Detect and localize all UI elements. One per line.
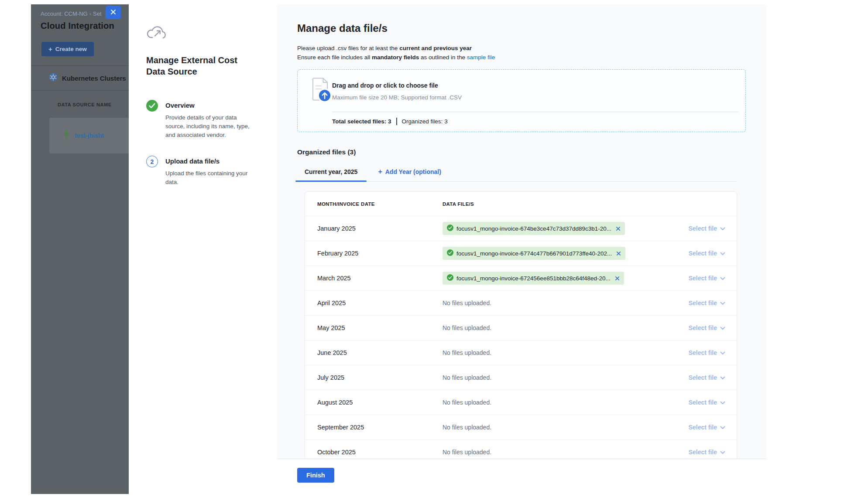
data-source-name-link[interactable]: test-jbisht bbox=[75, 132, 104, 139]
select-file-label: Select file bbox=[689, 275, 717, 282]
tab-kubernetes-clusters[interactable]: Kubernetes Clusters bbox=[31, 66, 129, 91]
file-upload-icon bbox=[310, 77, 334, 105]
total-selected-value: 3 bbox=[388, 118, 391, 125]
select-file-dropdown[interactable]: Select file bbox=[670, 349, 737, 356]
empty-text: No files uploaded. bbox=[443, 349, 491, 356]
select-file-label: Select file bbox=[689, 449, 717, 456]
total-selected-files: Total selected files: 3 bbox=[332, 118, 391, 125]
create-new-button[interactable]: + Create new bbox=[41, 42, 94, 56]
plus-icon: + bbox=[378, 168, 382, 175]
select-file-dropdown[interactable]: Select file bbox=[670, 424, 737, 431]
instruction-line-2: Ensure each file includes all mandatory … bbox=[297, 53, 766, 62]
empty-text: No files uploaded. bbox=[443, 374, 491, 381]
column-header-data-source-name: DATA SOURCE NAME bbox=[31, 91, 129, 107]
select-file-label: Select file bbox=[689, 374, 717, 381]
month-label: May 2025 bbox=[305, 324, 443, 331]
remove-file-icon[interactable] bbox=[616, 251, 621, 256]
select-file-dropdown[interactable]: Select file bbox=[670, 250, 737, 257]
sample-file-link[interactable]: sample file bbox=[467, 54, 495, 61]
select-file-dropdown[interactable]: Select file bbox=[670, 449, 737, 456]
select-file-label: Select file bbox=[689, 225, 717, 232]
instruction-line-1: Please upload .csv files for at least th… bbox=[297, 44, 766, 53]
dropzone-divider bbox=[332, 112, 738, 112]
select-file-dropdown[interactable]: Select file bbox=[670, 300, 737, 306]
file-cell: No files uploaded. bbox=[443, 423, 670, 431]
chevron-down-icon bbox=[720, 324, 725, 331]
select-file-dropdown[interactable]: Select file bbox=[670, 374, 737, 381]
months-table-card: MONTH/INVOICE DATE DATA FILE/S January 2… bbox=[305, 191, 737, 459]
breadcrumb-next-link[interactable]: Set bbox=[93, 10, 102, 17]
step-overview-body: Overview Provide details of your data so… bbox=[165, 100, 256, 140]
step-overview[interactable]: Overview Provide details of your data so… bbox=[146, 100, 261, 140]
select-file-dropdown[interactable]: Select file bbox=[670, 275, 737, 282]
file-dropzone[interactable]: Drag and drop or click to choose file Ma… bbox=[297, 69, 746, 132]
organized-files-heading: Organized files (3) bbox=[297, 148, 766, 156]
select-file-dropdown[interactable]: Select file bbox=[670, 225, 737, 232]
step-upload-body: Upload data file/s Upload the files cont… bbox=[165, 156, 256, 187]
file-cell: No files uploaded. bbox=[443, 448, 670, 456]
add-year-button[interactable]: + Add Year (optional) bbox=[378, 163, 441, 181]
select-file-dropdown[interactable]: Select file bbox=[670, 399, 737, 406]
chevron-down-icon bbox=[720, 449, 725, 456]
select-file-dropdown[interactable]: Select file bbox=[670, 324, 737, 331]
instruction-1-bold: current and previous year bbox=[399, 45, 472, 51]
step-upload-data-files[interactable]: 2 Upload data file/s Upload the files co… bbox=[146, 156, 261, 187]
file-cell: No files uploaded. bbox=[443, 299, 670, 307]
file-cell: focusv1_mongo-invoice-672456ee851bbb28c6… bbox=[443, 272, 670, 285]
table-row: August 2025 No files uploaded. Select fi… bbox=[305, 390, 737, 415]
month-label: February 2025 bbox=[305, 250, 443, 257]
step-overview-description: Provide details of your data source, inc… bbox=[165, 113, 256, 140]
file-chip-name: focusv1_mongo-invoice-674be3ce47c73d37dd… bbox=[456, 225, 611, 232]
create-new-label: Create new bbox=[55, 46, 87, 52]
table-row: May 2025 No files uploaded. Select file bbox=[305, 315, 737, 340]
remove-file-icon[interactable] bbox=[616, 226, 621, 231]
chevron-down-icon bbox=[720, 275, 725, 282]
page-title: Cloud Integration bbox=[41, 21, 129, 31]
main-content: Manage data file/s Please upload .csv fi… bbox=[277, 4, 766, 459]
select-file-label: Select file bbox=[689, 300, 717, 306]
check-circle-icon bbox=[447, 274, 453, 282]
table-row: February 2025 focusv1_mongo-invoice-6774… bbox=[305, 241, 737, 266]
chevron-down-icon bbox=[720, 399, 725, 406]
table-row: March 2025 focusv1_mongo-invoice-672456e… bbox=[305, 266, 737, 290]
file-cell: focusv1_mongo-invoice-6774c477b667901d77… bbox=[443, 247, 670, 260]
organized-files-value: 3 bbox=[444, 118, 448, 125]
empty-text: No files uploaded. bbox=[443, 399, 491, 406]
column-header-month: MONTH/INVOICE DATE bbox=[305, 201, 443, 207]
total-selected-label: Total selected files: bbox=[332, 118, 386, 125]
wizard-sidebar: Manage External Cost Data Source Overvie… bbox=[129, 4, 277, 494]
cloud-export-icon bbox=[146, 24, 261, 43]
close-button[interactable] bbox=[106, 6, 121, 19]
counts-divider bbox=[396, 118, 397, 125]
check-circle-icon bbox=[447, 225, 453, 232]
finish-button[interactable]: Finish bbox=[297, 468, 334, 483]
chevron-right-icon: › bbox=[89, 10, 91, 17]
upload-instructions: Please upload .csv files for at least th… bbox=[297, 44, 766, 62]
table-row: April 2025 No files uploaded. Select fil… bbox=[305, 290, 737, 315]
kubernetes-icon bbox=[49, 73, 58, 83]
file-chip-name: focusv1_mongo-invoice-672456ee851bbb28c6… bbox=[456, 275, 611, 282]
step-upload-description: Upload the files containing your data. bbox=[165, 169, 256, 187]
select-file-label: Select file bbox=[689, 250, 717, 257]
month-label: June 2025 bbox=[305, 349, 443, 356]
remove-file-icon[interactable] bbox=[615, 276, 620, 281]
dropzone-subtitle: Maximum file size 20 MB; Supported forma… bbox=[332, 94, 462, 101]
main-panel: Manage data file/s Please upload .csv fi… bbox=[277, 4, 766, 494]
empty-text: No files uploaded. bbox=[443, 424, 491, 431]
footer: Finish bbox=[277, 459, 766, 494]
month-table-body: January 2025 focusv1_mongo-invoice-674be… bbox=[305, 216, 737, 459]
file-cell: No files uploaded. bbox=[443, 398, 670, 406]
chevron-down-icon bbox=[720, 349, 725, 356]
table-row: October 2025 No files uploaded. Select f… bbox=[305, 439, 737, 459]
tab-current-year[interactable]: Current year, 2025 bbox=[295, 163, 367, 181]
table-row: June 2025 No files uploaded. Select file bbox=[305, 340, 737, 365]
data-source-row[interactable]: test-jbisht bbox=[49, 118, 129, 153]
month-label: March 2025 bbox=[305, 275, 443, 282]
organized-files-label: Organized files: bbox=[402, 118, 443, 125]
breadcrumb-account-link[interactable]: Account: CCM-NG bbox=[41, 10, 88, 17]
main-title: Manage data file/s bbox=[297, 22, 766, 34]
close-icon bbox=[110, 9, 116, 16]
table-header: MONTH/INVOICE DATE DATA FILE/S bbox=[305, 192, 737, 216]
month-label: October 2025 bbox=[305, 449, 443, 456]
select-file-label: Select file bbox=[689, 424, 717, 431]
